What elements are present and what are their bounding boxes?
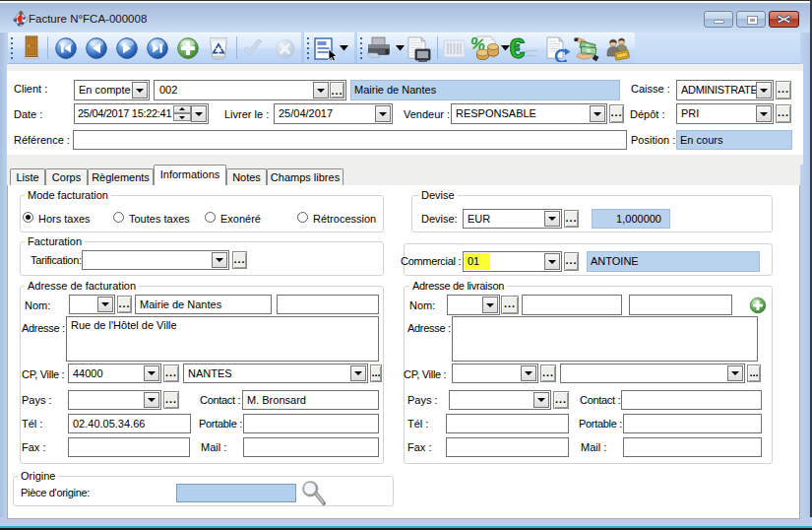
svg-text:€: € [510,33,525,63]
